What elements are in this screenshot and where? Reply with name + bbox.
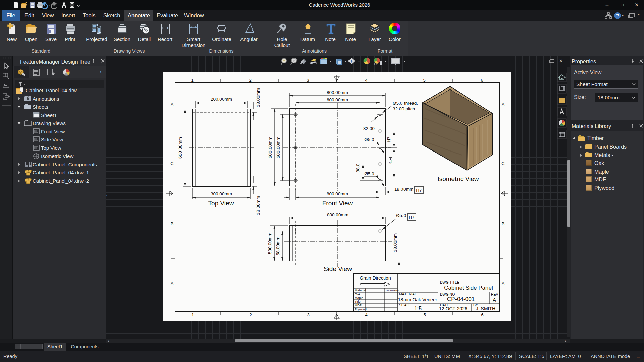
svg-text:Cabinet Side Panel: Cabinet Side Panel (444, 285, 493, 291)
svg-text:J. SMITH: J. SMITH (476, 306, 495, 311)
svg-text:Oak: Oak (355, 292, 361, 296)
svg-text:8͟..A|: 8͟..A| (388, 157, 392, 163)
svg-text:Plywood: Plywood (355, 307, 367, 311)
svg-text:1: 1 (191, 312, 194, 317)
svg-text:Material: Material (355, 288, 366, 292)
svg-text:18.00mm: 18.00mm (394, 187, 413, 192)
svg-text:6: 6 (481, 78, 483, 83)
svg-text:18.00mm: 18.00mm (256, 196, 261, 215)
svg-text:2: 2 (249, 78, 251, 83)
svg-text:SCALE: SCALE (399, 303, 411, 307)
svg-text:H7: H7 (386, 136, 391, 142)
svg-text:800.00mm: 800.00mm (327, 90, 348, 95)
svg-text:18mm Oak Veneer: 18mm Oak Veneer (398, 297, 437, 302)
svg-text:H7: H7 (409, 215, 414, 220)
svg-text:32.00: 32.00 (363, 126, 375, 131)
svg-text:1:5: 1:5 (414, 306, 422, 311)
svg-text:3: 3 (307, 312, 309, 317)
svg-text:MDF: MDF (355, 303, 362, 307)
svg-text:38.0: 38.0 (355, 164, 360, 172)
svg-text:58.00mm: 58.00mm (275, 237, 280, 255)
svg-text:4: 4 (365, 78, 367, 83)
svg-text:CP-04-001: CP-04-001 (447, 296, 475, 302)
svg-text:800.00mm: 800.00mm (327, 212, 348, 217)
svg-text:2: 2 (249, 312, 252, 317)
svg-text:TW 61/86S: TW 61/86S (385, 289, 399, 292)
svg-text:A: A (493, 297, 496, 303)
svg-text:18.00mm: 18.00mm (393, 233, 398, 252)
svg-text:600.00mm: 600.00mm (268, 137, 273, 158)
svg-text:600.00mm: 600.00mm (327, 97, 348, 102)
svg-text:Grain Direction: Grain Direction (360, 275, 391, 281)
svg-text:A: A (502, 281, 505, 286)
svg-text:300.00mm: 300.00mm (211, 191, 232, 196)
svg-text:C: C (501, 161, 504, 166)
svg-text:A: A (171, 102, 174, 107)
svg-text:A: A (502, 102, 505, 107)
svg-text:Isometric View: Isometric View (437, 175, 479, 182)
svg-text:200.00mm: 200.00mm (211, 97, 232, 102)
svg-text:Ø5.0: Ø5.0 (364, 171, 374, 176)
svg-text:5: 5 (423, 78, 425, 83)
svg-text:4: 4 (365, 312, 367, 317)
svg-text:600.00mm: 600.00mm (178, 137, 183, 159)
svg-text:Top View: Top View (208, 200, 234, 207)
svg-text:Ø5.0: Ø5.0 (396, 213, 406, 218)
svg-text:B: B (502, 221, 505, 226)
svg-text:H7: H7 (416, 188, 422, 193)
svg-text:B: B (171, 221, 174, 226)
svg-text:3: 3 (307, 78, 309, 83)
svg-text:6: 6 (481, 312, 483, 317)
svg-text:DWG TITLE: DWG TITLE (440, 280, 459, 284)
svg-text:12 OCT 2026: 12 OCT 2026 (439, 306, 467, 311)
svg-text:Side View: Side View (324, 265, 352, 273)
svg-text:1: 1 (191, 78, 193, 83)
svg-text:MATERIAL: MATERIAL (399, 292, 417, 296)
svg-text:Title: Title (355, 300, 361, 303)
svg-text:Ø5.0: Ø5.0 (364, 137, 374, 142)
svg-text:C: C (170, 161, 173, 166)
svg-text:18.00mm: 18.00mm (256, 88, 261, 107)
svg-text:5: 5 (423, 312, 426, 317)
svg-text:600.00mm: 600.00mm (276, 137, 281, 158)
svg-text:800.00mm: 800.00mm (327, 191, 348, 196)
svg-text:A: A (171, 281, 174, 286)
svg-text:32.00 pitch: 32.00 pitch (393, 106, 415, 111)
svg-text:REV: REV (491, 292, 498, 296)
svg-text:Ø5.0 thread,: Ø5.0 thread, (393, 101, 418, 106)
svg-text:Front View: Front View (322, 200, 353, 207)
svg-text:500.00mm: 500.00mm (267, 233, 272, 254)
svg-text:Maple: Maple (355, 296, 363, 300)
